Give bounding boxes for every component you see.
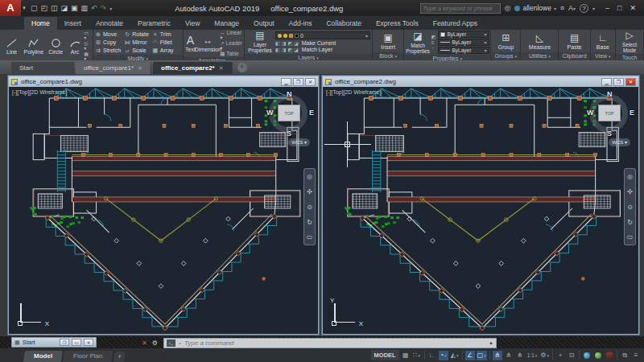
signin-button[interactable]: allenlowe ▾ [514, 4, 555, 12]
viewport2-titlebar[interactable]: office_compare2.dwg ▁ ❐ ✕ [323, 76, 638, 87]
linetype-dropdown[interactable]: ByLayer▾ [438, 47, 489, 54]
close-tab-icon[interactable]: ✕ [138, 65, 142, 72]
draw-extra-icons[interactable]: ▭ ▾◎ ▾▦ ▾ [84, 31, 91, 61]
restore-icon[interactable]: ❐ [613, 78, 624, 86]
help-dropdown-icon[interactable]: ▾ [592, 6, 595, 11]
polyline-button[interactable]: Polyline [23, 38, 43, 55]
autocad-logo-icon[interactable]: A [0, 0, 21, 16]
close-tab-icon[interactable]: ✕ [219, 65, 224, 72]
lineweight-dropdown[interactable]: ByLayer▾ [438, 39, 489, 46]
ortho-icon[interactable]: ∟ [427, 351, 437, 360]
circle-button[interactable]: Circle [46, 38, 66, 55]
leader-button[interactable]: ↗ Leader ▾ [220, 41, 242, 51]
tab-home[interactable]: Home [24, 17, 57, 30]
tab-featured-apps[interactable]: Featured Apps [426, 17, 485, 30]
customize-commandline-icon[interactable]: ⚙ [152, 339, 158, 347]
wcs-dropdown[interactable]: WCS ▾ [609, 138, 630, 146]
expand-history-icon[interactable]: ▲ [489, 340, 493, 345]
measure-button[interactable]: ◺ Measure [526, 33, 552, 50]
user-dropdown-icon[interactable]: ▾ [554, 6, 556, 11]
plot-icon[interactable]: ▣ [71, 4, 78, 12]
logo-dropdown-icon[interactable]: ▼ [22, 6, 27, 10]
tab-parametric[interactable]: Parametric [130, 17, 178, 30]
mirror-button[interactable]: ⋈Mirror [124, 39, 149, 46]
maximize-icon[interactable]: ▭ [72, 339, 81, 346]
viewport1-titlebar[interactable]: office_compare1.dwg ▁ ❐ ✕ [9, 76, 318, 87]
save-icon[interactable]: ◫ [51, 4, 58, 12]
selection-filter-icon[interactable]: ⊡ [567, 351, 576, 360]
file-tab-start[interactable]: Start [11, 62, 74, 74]
close-icon[interactable]: ✕ [305, 78, 316, 86]
block-panel-caption[interactable]: Block▾ [373, 52, 403, 60]
redo-icon[interactable]: ↷ [101, 4, 107, 12]
tab-express-tools[interactable]: Express Tools [369, 17, 426, 30]
isodraft-icon[interactable]: ◭▾ [450, 351, 460, 360]
new-layout-button[interactable]: + [114, 352, 126, 362]
search-box[interactable] [420, 3, 501, 14]
table-button[interactable]: ▦ Table [220, 51, 242, 56]
tab-view[interactable]: View [178, 17, 207, 30]
restore-icon[interactable]: ❐ [293, 78, 303, 86]
linear-button[interactable]: ↔ Linear ▾ [220, 31, 242, 40]
viewport-controls-label[interactable]: [-][Top][2D Wireframe] [12, 89, 67, 95]
layer-properties-button[interactable]: ▤ Layer Properties [246, 31, 274, 53]
color-dropdown[interactable]: ByLayer▾ [438, 31, 489, 38]
utilities-panel-caption[interactable]: Utilities▾ [521, 52, 558, 60]
trim-button[interactable]: ×Trim [152, 31, 174, 38]
group-button[interactable]: ⊞ Group [494, 33, 517, 50]
snap-mode-icon[interactable]: ∷▾ [412, 351, 422, 360]
close-icon[interactable]: ✕ [625, 78, 636, 86]
match-properties-button[interactable]: ◪ Match Properties [406, 31, 430, 54]
annotation-visibility-icon[interactable]: ⋔ [493, 351, 502, 360]
tab-addins[interactable]: Add-ins [282, 17, 320, 30]
viewport-controls-label[interactable]: [-][Top][2D Wireframe] [326, 89, 381, 95]
new-tab-button[interactable]: + [237, 63, 247, 72]
viewport1-canvas[interactable]: [-][Top][2D Wireframe] N E S W TOP WCS ▾… [9, 87, 318, 334]
autoscale-icon[interactable]: ⋔ [504, 351, 514, 360]
isolate-objects-icon[interactable] [605, 351, 614, 360]
workspace-icon[interactable]: ⚙▾ [539, 351, 550, 360]
viewport-compare1[interactable]: office_compare1.dwg ▁ ❐ ✕ [-][Top][2D Wi… [8, 76, 319, 335]
annotation-monitor-icon[interactable] [593, 351, 603, 360]
view-panel-caption[interactable]: View▾ [591, 52, 615, 60]
minimize-icon[interactable]: ▁ [281, 78, 291, 86]
print-icon[interactable]: ▥ [81, 4, 89, 12]
help-icon[interactable]: ? [580, 4, 588, 13]
qat-dropdown-icon[interactable]: ▾ [109, 6, 112, 11]
viewcube-top-face[interactable]: TOP [278, 105, 300, 121]
insert-button[interactable]: ▣ Insert [377, 33, 399, 50]
save-as-icon[interactable]: ◪ [61, 4, 68, 12]
navigation-bar[interactable]: ◎ ✣ ⊙ ↻ ▭ [624, 168, 636, 245]
plus-icon[interactable]: + [555, 351, 565, 360]
steering-wheel-icon[interactable]: ◎ [627, 173, 633, 180]
tab-annotate[interactable]: Annotate [89, 17, 130, 30]
undo-icon[interactable]: ↶ [91, 4, 97, 12]
match-layer-button[interactable]: ◧◨◩◪ Match Layer [275, 47, 370, 52]
cart-icon[interactable]: ¤ [560, 4, 564, 12]
layout-tab-floorplan[interactable]: Floor Plan [63, 351, 113, 362]
rotate-button[interactable]: ↻Rotate [124, 31, 149, 38]
recent-commands-icon[interactable]: ▾ [179, 340, 181, 346]
paste-button[interactable]: ▤ Paste [564, 33, 586, 50]
polar-tracking-icon[interactable]: ◔▾ [439, 351, 448, 360]
zoom-icon[interactable]: ⊙ [307, 204, 312, 211]
annotation-scale-icon[interactable]: ⋔ [515, 351, 525, 360]
orbit-icon[interactable]: ↻ [307, 219, 312, 226]
array-button[interactable]: ▦Array [152, 47, 174, 54]
command-line[interactable]: ›_ ▾ ▲ [163, 338, 497, 348]
navigation-bar[interactable]: ◎ ✣ ⊙ ↻ ▭ [303, 168, 316, 245]
file-tab-compare2[interactable]: office_compare2*✕ [153, 62, 233, 74]
scale-value-button[interactable]: 1:1▾ [526, 351, 539, 360]
showmotion-icon[interactable]: ▭ [307, 233, 313, 241]
pan-icon[interactable]: ✣ [307, 188, 312, 195]
move-button[interactable]: ⊕Move [95, 31, 121, 38]
orbit-icon[interactable]: ↻ [627, 219, 633, 226]
monitor-icon[interactable]: ⧉ [620, 351, 630, 360]
object-snap-icon[interactable]: ▢▾ [477, 351, 487, 360]
showmotion-icon[interactable]: ▭ [627, 233, 634, 241]
viewport2-canvas[interactable]: [-][Top][2D Wireframe] N E S W TOP WCS ▾… [323, 87, 638, 334]
grid-display-icon[interactable]: ▦ [401, 351, 411, 360]
tab-manage[interactable]: Manage [207, 17, 246, 30]
select-mode-button[interactable]: ▷ Select Mode [617, 31, 642, 53]
steering-wheel-icon[interactable]: ◎ [307, 173, 312, 180]
